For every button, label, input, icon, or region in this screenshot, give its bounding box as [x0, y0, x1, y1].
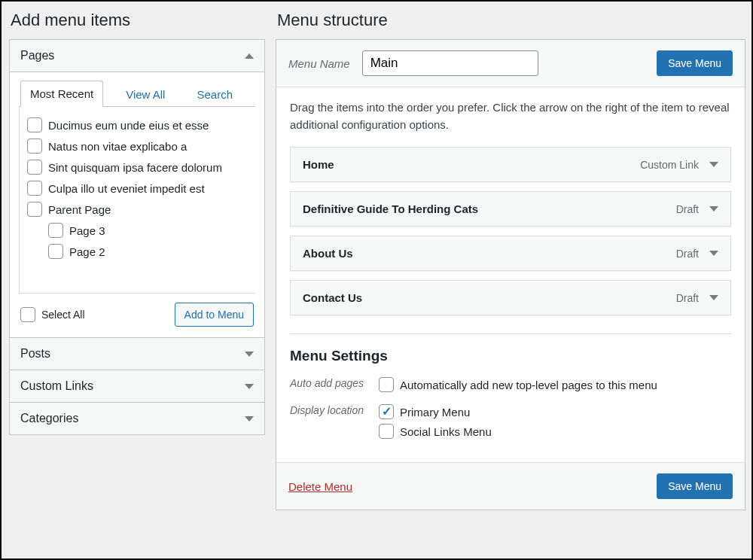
page-option-label: Page 3	[69, 224, 105, 237]
add-to-menu-button[interactable]: Add to Menu	[175, 303, 254, 327]
chevron-down-icon[interactable]	[709, 162, 718, 167]
chevron-down-icon	[245, 352, 254, 357]
menu-item-title: Home	[303, 158, 334, 171]
checkbox-icon[interactable]	[27, 138, 42, 154]
menu-item[interactable]: Home Custom Link	[290, 147, 731, 182]
divider	[290, 333, 731, 334]
page-option-label: Sint quisquam ipsa facere dolorum	[48, 161, 222, 174]
add-menu-items-heading: Add menu items	[11, 11, 265, 30]
auto-add-pages-label: Auto add pages	[290, 375, 373, 390]
checkbox-checked-icon[interactable]	[379, 404, 394, 419]
pages-checklist[interactable]: Ducimus eum unde eius et esse Natus non …	[19, 107, 255, 294]
location-social-links-menu[interactable]: Social Links Menu	[379, 422, 731, 441]
checkbox-icon[interactable]	[379, 377, 394, 392]
page-option[interactable]: Ducimus eum unde eius et esse	[27, 114, 251, 135]
page-option[interactable]: Natus non vitae explicabo a	[27, 135, 251, 157]
accordion-label-pages: Pages	[20, 49, 54, 62]
menu-footer: Delete Menu Save Menu	[276, 462, 745, 510]
menu-structure-heading: Menu structure	[277, 11, 745, 30]
page-option[interactable]: Parent Page	[27, 199, 251, 220]
menu-settings-heading: Menu Settings	[290, 348, 731, 364]
chevron-down-icon[interactable]	[709, 295, 718, 300]
accordion-header-categories[interactable]: Categories	[10, 402, 264, 434]
location-social-text: Social Links Menu	[400, 425, 492, 438]
location-primary-menu[interactable]: Primary Menu	[379, 402, 731, 422]
chevron-down-icon	[245, 416, 254, 422]
auto-add-pages-text: Automatically add new top-level pages to…	[400, 379, 657, 391]
chevron-down-icon	[245, 384, 254, 389]
save-menu-button-top[interactable]: Save Menu	[657, 50, 733, 76]
tab-most-recent[interactable]: Most Recent	[20, 81, 103, 107]
menu-header: Menu Name Save Menu	[276, 40, 745, 87]
menu-item-title: About Us	[303, 247, 353, 260]
checkbox-icon[interactable]	[27, 160, 42, 175]
checkbox-icon[interactable]	[48, 244, 63, 259]
checkbox-icon[interactable]	[379, 424, 394, 439]
accordion-body-pages: Most Recent View All Search Ducimus eum …	[10, 72, 264, 337]
accordion-label-custom-links: Custom Links	[20, 379, 93, 393]
location-primary-text: Primary Menu	[400, 406, 470, 418]
checkbox-icon[interactable]	[27, 202, 42, 217]
chevron-down-icon[interactable]	[709, 206, 718, 212]
tab-search[interactable]: Search	[187, 82, 242, 107]
pages-tabs: Most Recent View All Search	[19, 80, 255, 107]
checkbox-icon[interactable]	[27, 117, 42, 132]
accordion-header-custom-links[interactable]: Custom Links	[10, 370, 264, 402]
tab-view-all[interactable]: View All	[117, 82, 174, 107]
select-all-label: Select All	[41, 309, 85, 321]
menu-item-title: Contact Us	[303, 291, 362, 304]
checkbox-icon[interactable]	[48, 223, 63, 238]
accordion-header-pages[interactable]: Pages	[10, 40, 264, 72]
checkbox-icon[interactable]	[20, 307, 35, 322]
page-option[interactable]: Culpa illo ut eveniet impedit est	[27, 178, 251, 199]
menu-item-type: Custom Link	[640, 159, 699, 171]
chevron-down-icon[interactable]	[709, 251, 718, 256]
page-option-label: Natus non vitae explicabo a	[48, 140, 187, 153]
page-option-label: Parent Page	[48, 203, 111, 216]
accordion-label-categories: Categories	[20, 412, 78, 425]
menu-item-type: Draft	[676, 292, 699, 304]
page-option-label: Ducimus eum unde eius et esse	[48, 119, 209, 132]
page-option[interactable]: Page 2	[27, 241, 251, 262]
menu-structure-panel: Menu Name Save Menu Drag the items into …	[276, 39, 745, 510]
menu-item[interactable]: Contact Us Draft	[290, 280, 731, 315]
accordion-label-posts: Posts	[20, 347, 50, 361]
menu-item[interactable]: Definitive Guide To Herding Cats Draft	[290, 191, 731, 227]
select-all[interactable]: Select All	[20, 304, 85, 325]
display-location-label: Display location	[290, 402, 373, 417]
delete-menu-link[interactable]: Delete Menu	[288, 480, 352, 493]
page-option[interactable]: Sint quisquam ipsa facere dolorum	[27, 157, 251, 178]
checkbox-icon[interactable]	[27, 181, 42, 196]
menu-name-label: Menu Name	[288, 57, 350, 70]
accordion-header-posts[interactable]: Posts	[10, 337, 264, 370]
page-option[interactable]: Page 3	[27, 220, 251, 241]
menu-item-type: Draft	[676, 248, 699, 260]
save-menu-button-bottom[interactable]: Save Menu	[657, 473, 733, 499]
accordion-add-items: Pages Most Recent View All Search Ducimu…	[9, 39, 265, 435]
chevron-up-icon	[245, 53, 254, 59]
auto-add-pages-option[interactable]: Automatically add new top-level pages to…	[379, 375, 731, 394]
menu-item-title: Definitive Guide To Herding Cats	[303, 202, 478, 215]
menu-item[interactable]: About Us Draft	[290, 236, 731, 271]
page-option-label: Culpa illo ut eveniet impedit est	[48, 182, 205, 195]
instructions-text: Drag the items into the order you prefer…	[290, 99, 731, 133]
menu-item-type: Draft	[676, 203, 699, 215]
menu-name-input[interactable]	[362, 50, 538, 76]
page-option-label: Page 2	[69, 245, 105, 258]
